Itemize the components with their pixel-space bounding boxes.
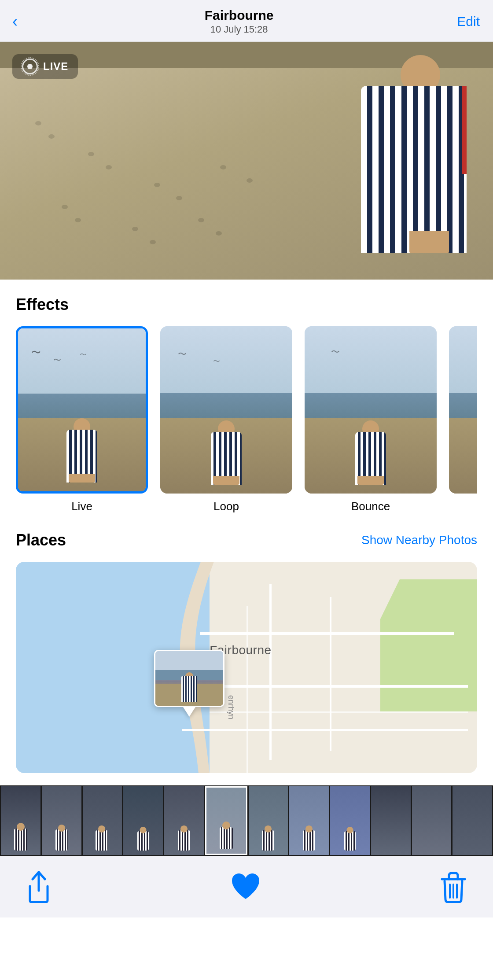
strip-thumbnail[interactable] (164, 786, 204, 855)
footprint (246, 178, 253, 183)
thumb-child-head (346, 827, 353, 833)
bird-icon: 〜 (31, 346, 41, 359)
footprint (176, 196, 182, 200)
map-road (210, 711, 468, 713)
hero-image: LIVE (0, 42, 493, 280)
strip-thumbnail[interactable] (249, 786, 288, 855)
strip-thumbnail[interactable] (123, 786, 163, 855)
thumb-child-legs (213, 476, 239, 485)
child-feet (427, 231, 449, 253)
effects-row: 〜 〜 〜 Live (16, 326, 477, 513)
show-nearby-photos-button[interactable]: Show Nearby Photos (361, 533, 477, 547)
edit-button[interactable]: Edit (457, 14, 480, 29)
effect-thumb-partial (449, 326, 477, 494)
hero-child-figure (343, 42, 475, 253)
footprint (75, 218, 81, 222)
live-label: LIVE (43, 60, 68, 73)
footprint (132, 227, 138, 231)
effect-thumb-inner-live: 〜 〜 〜 (18, 328, 146, 491)
thumb-child-figure (262, 830, 274, 851)
delete-button[interactable] (440, 871, 467, 903)
thumb-child-figure (303, 830, 315, 851)
effect-item-bounce[interactable]: 〜 Bounce (305, 326, 437, 513)
strip-thumbnail[interactable] (83, 786, 122, 855)
thumb-child-head (17, 823, 25, 831)
thumb-child-figure (96, 830, 108, 851)
effect-label-live: Live (71, 500, 92, 513)
effects-title: Effects (16, 295, 69, 314)
thumb-child-head (140, 827, 147, 833)
bird-icon: 〜 (53, 355, 61, 365)
effect-label-bounce: Bounce (351, 500, 390, 513)
header: ‹ Fairbourne 10 July 15:28 Edit (0, 0, 493, 42)
effects-header: Effects (16, 295, 477, 314)
bird-icon: 〜 (331, 346, 340, 358)
map-road (269, 584, 272, 760)
map-road-label: enrhyn (226, 695, 235, 719)
thumb-child-figure (344, 831, 356, 851)
effect-label-loop: Loop (213, 500, 239, 513)
strip-thumbnail[interactable] (330, 786, 370, 855)
effect-thumb-inner-bounce: 〜 (305, 326, 437, 494)
poncho-accent (462, 86, 467, 174)
thumb-child-figure (209, 423, 244, 485)
strip-thumbnail[interactable] (1, 786, 40, 855)
footprint (198, 218, 204, 222)
map-road (182, 729, 468, 731)
effects-section: Effects 〜 〜 〜 (0, 280, 493, 513)
map-road (330, 597, 331, 751)
effect-thumb-inner-loop: 〜 〜 (160, 326, 292, 494)
effect-thumb-inner-partial (449, 326, 477, 494)
bird-icon: 〜 (213, 357, 220, 366)
strip-thumbnail[interactable] (453, 786, 492, 855)
footprint (216, 231, 222, 236)
strip-thumbnail[interactable] (412, 786, 452, 855)
thumb-child-figure (137, 831, 149, 851)
thumb-child-figure (64, 421, 99, 483)
heart-icon (230, 873, 261, 902)
footprint (106, 165, 112, 169)
back-button[interactable]: ‹ (9, 12, 21, 31)
map-road (200, 632, 454, 635)
header-center: Fairbourne 10 July 15:28 (21, 8, 457, 35)
strip-thumbnail[interactable] (289, 786, 329, 855)
effect-item-partial[interactable] (449, 326, 477, 513)
strip-thumbnail-active[interactable] (205, 786, 247, 855)
thumb-sand (449, 418, 477, 494)
map-photo-pin[interactable] (154, 650, 224, 717)
footprint (154, 183, 160, 187)
bottom-toolbar (0, 856, 493, 917)
effect-item-live[interactable]: 〜 〜 〜 Live (16, 326, 148, 513)
thumb-child-figure (55, 829, 68, 851)
footprint (35, 121, 41, 125)
thumb-child-legs (69, 474, 95, 483)
strip-thumbnail[interactable] (42, 786, 81, 855)
footprint (48, 134, 55, 139)
footprint (88, 152, 94, 156)
map-container[interactable]: Fairbourne enrhyn (16, 562, 477, 773)
share-button[interactable] (26, 871, 51, 903)
map-pin-thumbnail (154, 650, 224, 707)
strip-thumbnail[interactable] (371, 786, 411, 855)
header-date: 10 July 15:28 (21, 24, 457, 35)
effect-thumb-bounce[interactable]: 〜 (305, 326, 437, 494)
thumb-child-figure (178, 830, 190, 851)
map-green-area (380, 579, 477, 711)
bird-icon: 〜 (178, 348, 187, 360)
live-circle-icon (22, 59, 38, 74)
footprint (220, 165, 226, 169)
favorite-button[interactable] (230, 873, 261, 902)
thumb-child-head (58, 825, 65, 832)
places-header: Places Show Nearby Photos (16, 531, 477, 549)
effect-item-loop[interactable]: 〜 〜 Loop (160, 326, 292, 513)
live-badge[interactable]: LIVE (12, 54, 78, 79)
thumbnail-strip[interactable] (0, 785, 493, 856)
places-section: Places Show Nearby Photos Fairbourne enr… (0, 531, 493, 773)
map-pin-arrow (183, 707, 195, 717)
effect-thumb-live[interactable]: 〜 〜 〜 (16, 326, 148, 494)
thumb-child-figure (353, 423, 388, 485)
thumb-child-head (222, 822, 230, 829)
thumb-child-head (98, 825, 105, 833)
effect-thumb-loop[interactable]: 〜 〜 (160, 326, 292, 494)
thumb-child-legs (357, 476, 384, 485)
